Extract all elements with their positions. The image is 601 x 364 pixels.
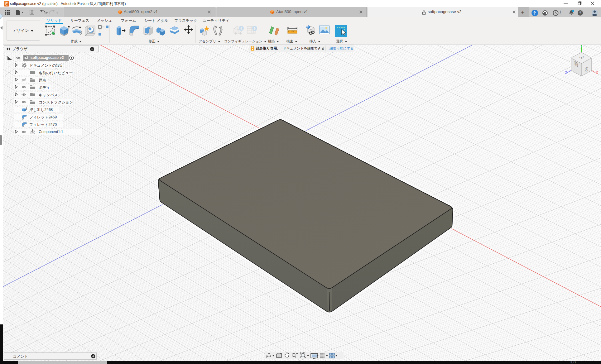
svg-text:X: X (596, 71, 598, 74)
svg-text:Z: Z (565, 71, 567, 74)
svg-text:?: ? (579, 11, 581, 15)
svg-text:Y: Y (580, 45, 583, 47)
